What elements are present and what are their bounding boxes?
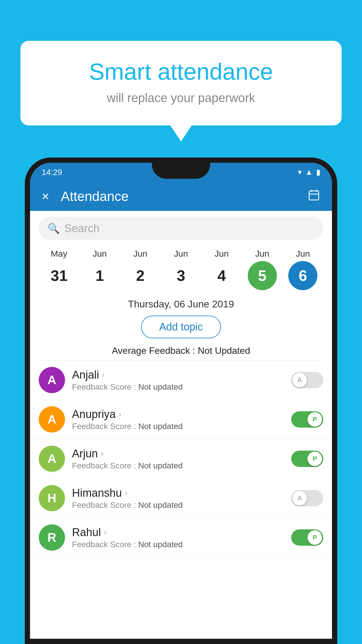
cal-day[interactable]: Jun4 <box>204 249 239 290</box>
search-icon: 🔍 <box>48 223 60 234</box>
cal-day[interactable]: May31 <box>42 249 77 290</box>
battery-icon: ▮ <box>316 168 320 177</box>
search-bar-wrapper: 🔍 Search <box>30 211 332 243</box>
close-button[interactable]: × <box>42 189 49 204</box>
student-info: Arjun ›Feedback Score : Not updated <box>72 447 284 470</box>
student-info: Anjali ›Feedback Score : Not updated <box>72 369 284 392</box>
avatar: H <box>39 485 65 511</box>
phone-inner: 14:29 ▾ ▲ ▮ × Attendance 🔍 <box>30 163 332 639</box>
cal-month-label: Jun <box>255 249 269 259</box>
cal-date-number: 4 <box>207 261 236 290</box>
cal-day[interactable]: Jun1 <box>82 249 117 290</box>
signal-icon: ▲ <box>305 168 313 177</box>
student-item: RRahul ›Feedback Score : Not updatedP <box>30 518 332 557</box>
feedback-info: Average Feedback : Not Updated <box>30 343 332 360</box>
student-item: AAnupriya ›Feedback Score : Not updatedP <box>30 400 332 439</box>
calendar-strip: May31Jun1Jun2Jun3Jun4Jun5Jun6 <box>30 243 332 293</box>
toggle-knob: A <box>292 373 307 387</box>
speech-bubble: Smart attendance will replace your paper… <box>20 41 342 125</box>
selected-date: Thursday, 06 June 2019 <box>30 293 332 313</box>
avatar: R <box>39 524 65 551</box>
feedback-value: Not Updated <box>198 345 250 356</box>
search-bar[interactable]: 🔍 Search <box>39 217 323 240</box>
status-icons: ▾ ▲ ▮ <box>298 168 320 177</box>
wifi-icon: ▾ <box>298 168 302 177</box>
chevron-icon: › <box>102 370 105 379</box>
svg-rect-0 <box>309 191 319 200</box>
chevron-icon: › <box>125 488 127 498</box>
speech-bubble-wrapper: Smart attendance will replace your paper… <box>20 41 342 125</box>
cal-date-number: 6 <box>288 261 317 290</box>
toggle-knob: P <box>307 412 322 427</box>
attendance-toggle[interactable]: P <box>291 411 323 428</box>
student-list: AAnjali ›Feedback Score : Not updatedAAA… <box>30 360 332 557</box>
attendance-toggle[interactable]: P <box>291 451 323 467</box>
student-name[interactable]: Anjali › <box>72 369 284 381</box>
student-feedback: Feedback Score : Not updated <box>72 382 284 392</box>
student-item: AAnjali ›Feedback Score : Not updatedA <box>30 360 332 400</box>
attendance-toggle[interactable]: P <box>291 529 323 546</box>
header-title: Attendance <box>61 188 296 204</box>
calendar-icon[interactable] <box>307 189 320 204</box>
bubble-subtitle: will replace your paperwork <box>41 91 321 105</box>
student-name[interactable]: Rahul › <box>72 526 284 539</box>
cal-day[interactable]: Jun6 <box>285 249 320 290</box>
student-info: Himanshu ›Feedback Score : Not updated <box>72 487 284 510</box>
student-name[interactable]: Anupriya › <box>72 408 284 421</box>
cal-month-label: Jun <box>133 249 147 259</box>
bubble-title: Smart attendance <box>41 58 321 85</box>
feedback-label: Average Feedback : <box>112 345 198 356</box>
cal-month-label: Jun <box>174 249 188 259</box>
cal-month-label: Jun <box>296 249 310 259</box>
status-bar: 14:29 ▾ ▲ ▮ <box>30 163 332 182</box>
cal-month-label: May <box>51 249 67 259</box>
attendance-toggle[interactable]: A <box>291 490 323 506</box>
cal-day[interactable]: Jun2 <box>123 249 158 290</box>
student-item: HHimanshu ›Feedback Score : Not updatedA <box>30 479 332 518</box>
phone-frame: 14:29 ▾ ▲ ▮ × Attendance 🔍 <box>25 158 337 644</box>
student-item: AArjun ›Feedback Score : Not updatedP <box>30 439 332 479</box>
cal-day[interactable]: Jun5 <box>245 249 280 290</box>
cal-day[interactable]: Jun3 <box>164 249 198 290</box>
student-info: Anupriya ›Feedback Score : Not updated <box>72 408 284 431</box>
add-topic-button[interactable]: Add topic <box>141 316 221 338</box>
chevron-icon: › <box>101 449 103 458</box>
avatar: A <box>39 367 65 393</box>
status-time: 14:29 <box>42 168 62 177</box>
toggle-knob: A <box>292 491 307 505</box>
toggle-knob: P <box>307 530 322 545</box>
cal-date-number: 5 <box>248 261 277 290</box>
student-name[interactable]: Arjun › <box>72 447 284 460</box>
avatar: A <box>39 406 65 433</box>
cal-date-number: 3 <box>166 261 196 290</box>
student-feedback: Feedback Score : Not updated <box>72 422 284 431</box>
cal-month-label: Jun <box>93 249 107 259</box>
cal-date-number: 2 <box>126 261 155 290</box>
toggle-knob: P <box>307 452 322 466</box>
add-topic-wrapper: Add topic <box>30 313 332 343</box>
cal-date-number: 31 <box>45 261 74 290</box>
attendance-toggle[interactable]: A <box>291 372 323 388</box>
app-header: × Attendance <box>30 182 332 211</box>
chevron-icon: › <box>119 410 121 419</box>
avatar: A <box>39 446 65 472</box>
student-name[interactable]: Himanshu › <box>72 487 284 499</box>
student-feedback: Feedback Score : Not updated <box>72 461 284 470</box>
search-placeholder: Search <box>64 222 99 235</box>
cal-date-number: 1 <box>85 261 114 290</box>
student-feedback: Feedback Score : Not updated <box>72 540 284 549</box>
student-feedback: Feedback Score : Not updated <box>72 501 284 510</box>
student-info: Rahul ›Feedback Score : Not updated <box>72 526 284 549</box>
cal-month-label: Jun <box>215 249 229 259</box>
chevron-icon: › <box>104 528 106 537</box>
